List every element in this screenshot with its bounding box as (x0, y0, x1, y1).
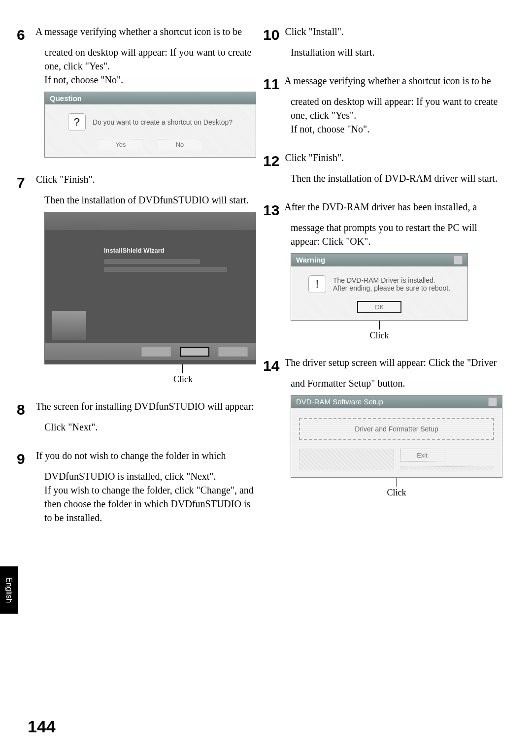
installer-heading: InstallShield Wizard (104, 247, 241, 254)
click-label-14: Click (291, 488, 502, 498)
step-13-text: After the DVD-RAM driver has been instal… (284, 201, 477, 247)
close-icon[interactable] (488, 397, 497, 406)
step-9: 9 If you do not wish to change the folde… (30, 449, 256, 525)
installer-cancel-button[interactable] (218, 347, 248, 357)
step-8-text: The screen for installing DVDfunSTUDIO w… (36, 401, 254, 432)
step-10-number: 10 (277, 25, 279, 45)
warning-icon: ! (308, 275, 326, 293)
installer-screenshot: InstallShield Wizard (44, 212, 256, 364)
step-12-number: 12 (277, 151, 279, 171)
left-column: 6 A message verifying whether a shortcut… (30, 25, 256, 539)
yes-button[interactable]: Yes (99, 139, 143, 150)
driver-formatter-setup-button[interactable]: Driver and Formatter Setup (299, 418, 494, 440)
step-8: 8 The screen for installing DVDfunSTUDIO… (30, 399, 256, 434)
dialog-question: Question ? Do you want to create a short… (44, 92, 256, 158)
dialog-question-msg: Do you want to create a shortcut on Desk… (93, 118, 233, 126)
step-10-line2: Installation will start. (276, 45, 502, 59)
step-11-text: A message verifying whether a shortcut i… (284, 75, 498, 134)
setup-placeholder (299, 449, 394, 470)
step-10: 10 Click "Install". Installation will st… (276, 25, 502, 59)
dialog-warning-msg2: After ending, please be sure to reboot. (333, 284, 450, 292)
exit-button[interactable]: Exit (400, 449, 444, 461)
ok-button[interactable]: OK (357, 301, 401, 313)
step-12-line2: Then the installation of DVD-RAM driver … (276, 171, 502, 185)
step-9-text: If you do not wish to change the folder … (36, 450, 254, 523)
step-12: 12 Click "Finish". Then the installation… (276, 151, 502, 185)
step-12-line1: Click "Finish". (285, 152, 344, 163)
step-7: 7 Click "Finish". Then the installation … (30, 172, 256, 385)
step-14: 14 The driver setup screen will appear: … (276, 356, 502, 498)
step-11-number: 11 (277, 74, 279, 95)
dialog-warning-msg1: The DVD-RAM Driver is installed. (333, 276, 450, 284)
installer-back-button[interactable] (141, 347, 171, 357)
step-13: 13 After the DVD-RAM driver has been ins… (276, 200, 502, 341)
dialog-question-title: Question (45, 92, 256, 104)
click-label-13: Click (291, 330, 468, 341)
question-icon: ? (68, 113, 86, 131)
pointer-line (379, 321, 380, 329)
step-10-line1: Click "Install". (285, 26, 344, 37)
dialog-warning: Warning ! The DVD-RAM Driver is installe… (291, 253, 468, 321)
step-7-line1: Click "Finish". (36, 174, 95, 185)
installer-next-button[interactable] (180, 347, 209, 357)
right-column: 10 Click "Install". Installation will st… (276, 25, 502, 539)
click-label-7: Click (173, 374, 256, 385)
pointer-line (182, 364, 183, 373)
step-6-text: A message verifying whether a shortcut i… (35, 26, 251, 85)
step-14-number: 14 (277, 356, 279, 376)
step-14-text: The driver setup screen will appear: Cli… (285, 357, 497, 389)
setup-placeholder (400, 466, 494, 470)
step-11: 11 A message verifying whether a shortcu… (276, 74, 502, 136)
close-icon[interactable] (454, 256, 463, 264)
page-number: 144 (28, 717, 56, 736)
installer-graphic (52, 311, 86, 340)
dialog-setup-title: DVD-RAM Software Setup (296, 397, 383, 406)
step-6: 6 A message verifying whether a shortcut… (30, 25, 256, 158)
step-13-number: 13 (277, 200, 279, 221)
no-button[interactable]: No (158, 139, 202, 150)
pointer-line (397, 478, 397, 487)
dialog-warning-title: Warning (296, 256, 325, 264)
step-7-line2: Then the installation of DVDfunSTUDIO wi… (30, 193, 256, 207)
language-tab: English (0, 566, 18, 614)
dialog-setup: DVD-RAM Software Setup Driver and Format… (291, 395, 502, 478)
